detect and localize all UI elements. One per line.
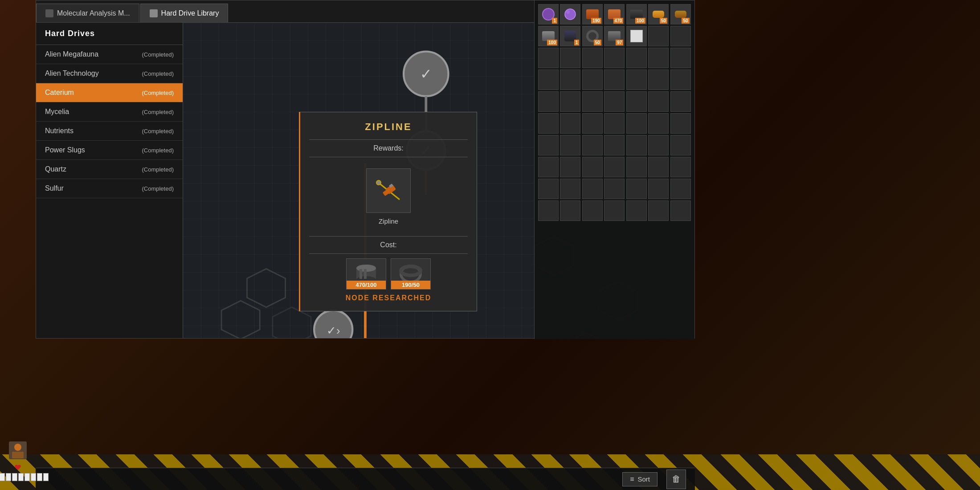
inv-slot-32[interactable] <box>604 91 625 112</box>
inv-count-3: 190 <box>591 23 601 24</box>
inv-slot-51[interactable] <box>560 157 580 177</box>
health-area <box>14 464 21 471</box>
tab-hard-drive-library[interactable]: Hard Drive Library <box>140 4 229 22</box>
inv-slot-36[interactable] <box>538 113 559 134</box>
cost-item-2: 190/50 <box>391 258 431 290</box>
energy-bars <box>0 473 49 481</box>
sidebar-item-caterium[interactable]: Caterium (Completed) <box>36 83 183 102</box>
sidebar-item-sulfur[interactable]: Sulfur (Completed) <box>36 179 183 198</box>
inv-slot-39[interactable] <box>604 113 625 134</box>
inv-slot-53[interactable] <box>604 157 625 177</box>
node-researched-status: NODE RESEARCHED <box>309 294 468 302</box>
inv-slot-13[interactable] <box>648 26 669 46</box>
inv-slot-5[interactable]: 100 <box>626 23 647 24</box>
cost-badge-1: 470/100 <box>347 281 386 289</box>
sort-button[interactable]: ≡ Sort <box>622 472 657 486</box>
inv-slot-21[interactable] <box>670 48 691 68</box>
inv-slot-31[interactable] <box>582 91 603 112</box>
inv-slot-58[interactable] <box>560 179 580 199</box>
sidebar-item-nutrients[interactable]: Nutrients (Completed) <box>36 122 183 141</box>
inv-slot-11[interactable]: 97 <box>604 26 625 46</box>
inv-slot-16[interactable] <box>560 48 580 68</box>
inv-slot-35[interactable] <box>670 91 691 112</box>
inv-slot-56[interactable] <box>670 157 691 177</box>
inv-slot-37[interactable] <box>560 113 580 134</box>
inv-slot-6[interactable]: 50 <box>648 23 669 24</box>
inv-slot-24[interactable] <box>582 69 603 90</box>
energy-bar-4 <box>6 473 11 481</box>
inv-slot-45[interactable] <box>582 135 603 155</box>
sidebar-item-alien-technology[interactable]: Alien Technology (Completed) <box>36 64 183 83</box>
inv-slot-19[interactable] <box>626 48 647 68</box>
inv-slot-52[interactable] <box>582 157 603 177</box>
inv-slot-44[interactable] <box>560 135 580 155</box>
inv-slot-29[interactable] <box>538 91 559 112</box>
inv-slot-49[interactable] <box>670 135 691 155</box>
inv-slot-43[interactable] <box>538 135 559 155</box>
sidebar-label-alien-technology: Alien Technology <box>45 69 99 78</box>
inv-slot-17[interactable] <box>582 48 603 68</box>
inv-slot-26[interactable] <box>626 69 647 90</box>
inv-count-10: 50 <box>594 40 601 45</box>
inv-slot-55[interactable] <box>648 157 669 177</box>
inv-slot-62[interactable] <box>648 179 669 199</box>
energy-bar-6 <box>18 473 24 481</box>
inv-slot-4[interactable]: 470 <box>604 23 625 24</box>
inv-slot-63[interactable] <box>670 179 691 199</box>
inv-slot-41[interactable] <box>648 113 669 134</box>
inv-slot-3[interactable]: 190 <box>582 23 603 24</box>
tab-molecular[interactable]: Molecular Analysis M... <box>36 4 139 22</box>
inv-slot-8[interactable]: 100 <box>538 26 559 46</box>
inv-slot-64[interactable] <box>538 200 559 221</box>
inv-slot-60[interactable] <box>604 179 625 199</box>
inv-slot-65[interactable] <box>560 200 580 221</box>
inv-slot-23[interactable] <box>560 69 580 90</box>
reward-icon-zipline <box>366 168 411 213</box>
sidebar-item-alien-megafauna[interactable]: Alien Megafauna (Completed) <box>36 45 183 64</box>
inv-slot-57[interactable] <box>538 179 559 199</box>
inv-slot-28[interactable] <box>670 69 691 90</box>
inv-slot-50[interactable] <box>538 157 559 177</box>
sidebar-item-mycelia[interactable]: Mycelia (Completed) <box>36 102 183 122</box>
inv-slot-30[interactable] <box>560 91 580 112</box>
inv-slot-9[interactable]: 1 <box>560 26 580 46</box>
inv-slot-34[interactable] <box>648 91 669 112</box>
inv-slot-67[interactable] <box>604 200 625 221</box>
inv-slot-61[interactable] <box>626 179 647 199</box>
inv-slot-69[interactable] <box>648 200 669 221</box>
inv-slot-33[interactable] <box>626 91 647 112</box>
inv-slot-40[interactable] <box>626 113 647 134</box>
inv-slot-1[interactable]: 1 <box>538 23 559 24</box>
energy-bar-7 <box>24 473 30 481</box>
sidebar-status-alien-technology: (Completed) <box>142 70 174 77</box>
inv-slot-22[interactable] <box>538 69 559 90</box>
inv-slot-15[interactable] <box>538 48 559 68</box>
inv-slot-14[interactable] <box>670 26 691 46</box>
inv-slot-59[interactable] <box>582 179 603 199</box>
inv-slot-7[interactable]: 50 <box>670 23 691 24</box>
inv-slot-48[interactable] <box>648 135 669 155</box>
inv-slot-38[interactable] <box>582 113 603 134</box>
inv-slot-20[interactable] <box>648 48 669 68</box>
inv-slot-70[interactable] <box>670 200 691 221</box>
inv-slot-66[interactable] <box>582 200 603 221</box>
sidebar-status-alien-megafauna: (Completed) <box>142 51 174 58</box>
inv-slot-12[interactable] <box>626 26 647 46</box>
inv-slot-2[interactable] <box>560 23 580 24</box>
cost-label: Cost: <box>309 241 468 249</box>
trash-button[interactable]: 🗑 <box>666 470 686 489</box>
sidebar-item-power-slugs[interactable]: Power Slugs (Completed) <box>36 141 183 160</box>
inv-slot-54[interactable] <box>626 157 647 177</box>
inv-slot-10[interactable]: 50 <box>582 26 603 46</box>
bottom-bar: ≡ Sort 🗑 <box>36 468 695 490</box>
inv-count-5: 100 <box>635 23 645 24</box>
inv-slot-42[interactable] <box>670 113 691 134</box>
inv-slot-25[interactable] <box>604 69 625 90</box>
inv-count-11: 97 <box>616 40 623 45</box>
inv-slot-47[interactable] <box>626 135 647 155</box>
sidebar-item-quartz[interactable]: Quartz (Completed) <box>36 160 183 179</box>
inv-slot-27[interactable] <box>648 69 669 90</box>
inv-slot-68[interactable] <box>626 200 647 221</box>
inv-slot-18[interactable] <box>604 48 625 68</box>
inv-slot-46[interactable] <box>604 135 625 155</box>
